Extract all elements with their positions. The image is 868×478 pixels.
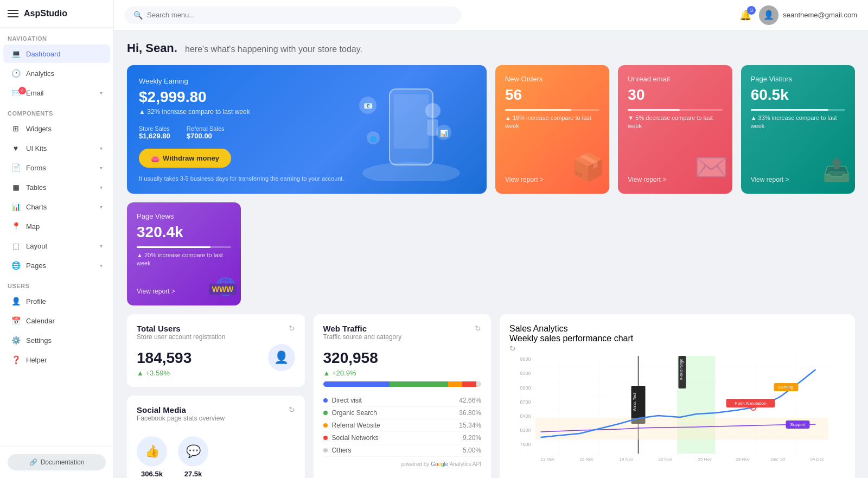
chevron-icon: ▾ (100, 165, 103, 171)
search-input[interactable] (147, 11, 452, 19)
likes-icon-circle: 👍 (137, 436, 167, 467)
web-traffic-refresh[interactable]: ↻ (475, 324, 481, 333)
unread-email-title: Unread email (628, 75, 722, 83)
web-traffic-change: ▲ +20.9% (323, 369, 482, 377)
svg-rect-1 (394, 94, 429, 149)
sidebar-item-dashboard[interactable]: 💻 Dashboard (3, 44, 110, 63)
social-media-refresh[interactable]: ↻ (289, 405, 295, 414)
layout-icon: ⬚ (11, 241, 21, 250)
users-avatar-icon: 👤 (268, 344, 295, 371)
unread-email-bar (628, 109, 680, 111)
svg-text:8100: 8100 (520, 428, 531, 433)
profile-icon: 👤 (11, 297, 21, 305)
social-media-subtitle: Facebook page stats overview (137, 415, 225, 422)
page-views-bar (137, 246, 210, 248)
new-orders-link[interactable]: View report > (505, 176, 544, 183)
sidebar-item-analytics[interactable]: 🕐 Analytics (3, 64, 110, 82)
left-col: Total Users Store user account registrat… (127, 314, 305, 478)
svg-text:16 Nov: 16 Nov (580, 457, 593, 462)
up-icon2: ▲ (323, 369, 330, 377)
sales-header: Sales Analytics Weekly sales performance… (509, 324, 845, 353)
likes-value: 306.5k (141, 470, 163, 478)
referral-sales-label: Referral Sales (187, 125, 225, 132)
sidebar-item-forms[interactable]: 📄 Forms ▾ (3, 158, 110, 177)
page-visitors-change: ▲ 33% increase compare to last week (751, 114, 845, 131)
sales-analytics-card: Sales Analytics Weekly sales performance… (500, 314, 855, 478)
notification-button[interactable]: 🔔 3 (739, 9, 751, 21)
web-traffic-title: Web Traffic (323, 324, 402, 333)
pages-icon: 🌐 (11, 261, 21, 270)
new-orders-bar-container (505, 109, 599, 111)
sidebar-item-widgets[interactable]: ⊞ Widgets (3, 119, 110, 138)
sidebar-item-label: Analytics (26, 69, 54, 78)
page-views-value: 320.4k (137, 224, 231, 241)
chevron-icon: ▾ (100, 263, 103, 269)
total-users-change: ▲ +3.59% (137, 369, 192, 377)
hamburger-menu[interactable] (8, 10, 18, 17)
svg-text:25 Nov: 25 Nov (698, 457, 712, 462)
sidebar-item-pages[interactable]: 🌐 Pages ▾ (3, 256, 110, 275)
map-icon: 📍 (11, 222, 21, 231)
legend-item-others: Others 5.00% (323, 444, 482, 457)
xrange-text: X-axis range (679, 359, 684, 380)
sales-title: Sales Analytics (509, 324, 845, 334)
sidebar-item-label: Settings (26, 336, 52, 345)
sales-refresh[interactable]: ↻ (509, 344, 516, 353)
organic-label: Organic Search (332, 409, 377, 417)
new-orders-value: 56 (505, 86, 599, 104)
sidebar-item-tables[interactable]: ▦ Tables ▾ (3, 178, 110, 196)
sales-chart-svg: 9600 9300 9000 8700 8400 8100 7800 13 No… (509, 353, 845, 473)
greeting-name: Hi, Sean. (127, 41, 177, 55)
powered-by: powered by Google Analytics API (323, 461, 482, 467)
sidebar-item-label: Dashboard (26, 50, 61, 58)
weekly-earning-card: Weekly Earning $2,999.80 ▲ 32% increase … (127, 65, 487, 194)
sidebar-item-label: Forms (26, 164, 46, 172)
unread-email-link[interactable]: View report > (628, 176, 666, 183)
sidebar: AspStudio Navigation 💻 Dashboard 🕐 Analy… (0, 0, 114, 478)
withdraw-button[interactable]: 👛 Withdraw money (139, 149, 231, 168)
topbar-right: 🔔 3 👤 seantheme@gmail.com (739, 5, 857, 25)
legend-item-social: Social Networks 9.20% (323, 432, 482, 444)
sidebar-item-layout[interactable]: ⬚ Layout ▾ (3, 237, 110, 255)
svg-text:04 Dec: 04 Dec (810, 457, 824, 462)
legend-item-referral: Referral Website 15.34% (323, 419, 482, 432)
sidebar-item-profile[interactable]: 👤 Profile (3, 292, 110, 310)
svg-text:28 Nov: 28 Nov (736, 457, 750, 462)
social-icons-row: 👍 306.5k Likes 💬 27.5k Comments (137, 436, 295, 478)
sidebar-item-charts[interactable]: 📊 Charts ▾ (3, 197, 110, 216)
page-visitors-link[interactable]: View report > (751, 176, 789, 183)
forms-icon: 📄 (11, 163, 21, 172)
total-users-refresh[interactable]: ↻ (289, 324, 295, 333)
sidebar-item-calendar[interactable]: 📅 Calendar (3, 311, 110, 330)
sidebar-item-uikits[interactable]: ♥ UI Kits ▾ (3, 139, 110, 157)
search-bar[interactable]: 🔍 (125, 7, 461, 24)
page-views-link[interactable]: View report > (137, 288, 175, 295)
withdraw-label: Withdraw money (163, 154, 219, 162)
svg-text:22 Nov: 22 Nov (659, 457, 672, 462)
user-info[interactable]: 👤 seantheme@gmail.com (759, 5, 857, 25)
sidebar-item-label: Pages (26, 262, 46, 270)
unread-email-change: ▼ 5% decrease compare to last week (628, 114, 722, 131)
page-visitors-bar (751, 109, 828, 111)
page-views-title: Page Views (137, 212, 231, 220)
svg-text:8400: 8400 (520, 413, 531, 419)
traffic-legend: Direct visit 42.66% Organic Search 36.80… (323, 394, 482, 457)
sidebar-footer: 🔗 Documentation (0, 446, 113, 478)
web-traffic-header: Web Traffic Traffic source and category … (323, 324, 482, 347)
sidebar-item-email[interactable]: ✉️ Email 8 ▾ (3, 84, 110, 102)
chevron-icon: ▾ (100, 243, 103, 249)
svg-text:📧: 📧 (363, 101, 373, 111)
tables-icon: ▦ (11, 183, 21, 192)
total-users-values: 184,593 ▲ +3.59% (137, 349, 192, 377)
unread-email-card: Unread email 30 ▼ 5% decrease compare to… (618, 65, 732, 194)
social-media-title: Social Media (137, 405, 225, 415)
documentation-button[interactable]: 🔗 Documentation (8, 454, 106, 470)
sidebar-item-helper[interactable]: ❓ Helper (3, 350, 110, 369)
comment-icon: 💬 (186, 444, 201, 458)
svg-text:Dec '20: Dec '20 (771, 457, 786, 462)
unread-email-value: 30 (628, 86, 722, 104)
support-label-text: Support (790, 422, 806, 427)
sidebar-item-map[interactable]: 📍 Map (3, 217, 110, 235)
page-visitors-value: 60.5k (751, 86, 845, 104)
sidebar-item-settings[interactable]: ⚙️ Settings (3, 331, 110, 349)
